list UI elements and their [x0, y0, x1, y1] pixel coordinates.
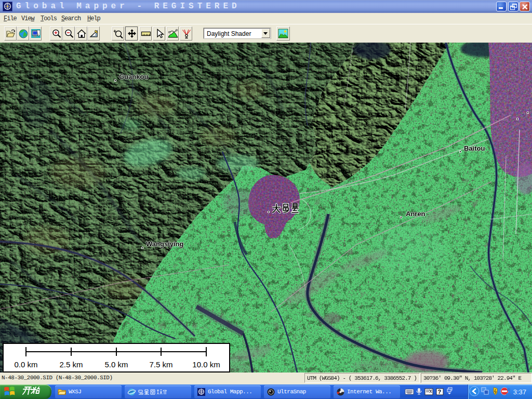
- svg-text:?: ?: [438, 389, 442, 395]
